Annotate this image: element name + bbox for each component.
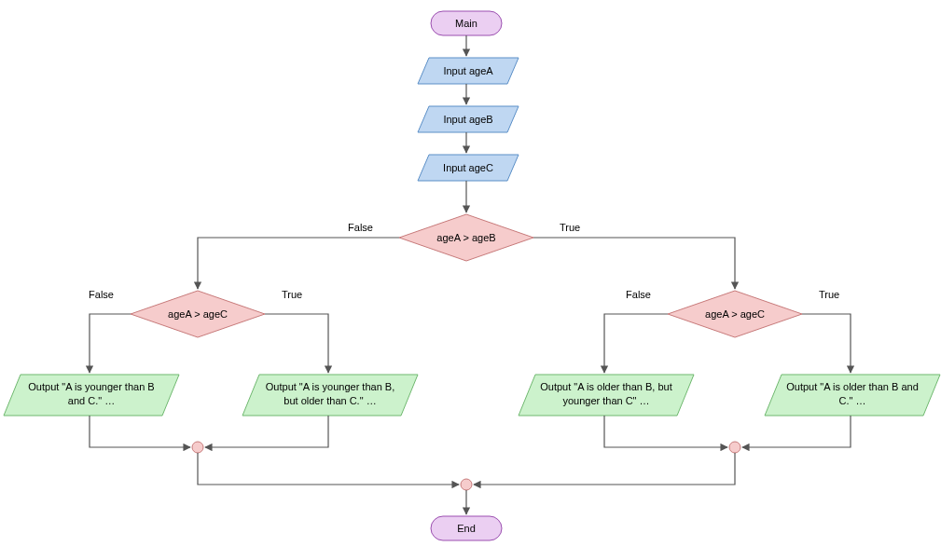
arrow [90,416,190,447]
arrow [90,314,131,373]
arrow-false-left [198,238,399,289]
io-input-ageA: Input ageA [418,58,519,84]
io-input-ageC-label: Input ageC [443,162,493,173]
io-input-ageB: Input ageB [418,106,519,132]
decision-d2L-label: ageA > ageC [168,308,228,320]
merge-connector-right [729,442,740,453]
decision-d1-label: ageA > ageB [436,232,495,243]
output-o1-line1: Output "A is younger than B [28,381,154,392]
terminal-main: Main [431,11,502,35]
output-younger-b-and-c: Output "A is younger than B and C." … [4,375,179,416]
arrow-true-right [533,238,735,289]
arrow [205,416,328,447]
arrow [802,314,851,373]
edge-label-true: True [282,289,302,300]
arrow [604,314,668,373]
io-input-ageA-label: Input ageA [443,65,493,76]
arrow [265,314,328,373]
edge-label-true: True [560,222,580,233]
arrow [742,416,851,447]
terminal-end-label: End [457,523,476,534]
edge-label-false: False [626,289,651,300]
output-o4-line1: Output "A is older than B and [786,381,919,392]
decision-ageA-gt-ageB: ageA > ageB [399,214,533,261]
decision-right-ageA-gt-ageC: ageA > ageC [668,291,802,337]
decision-left-ageA-gt-ageC: ageA > ageC [131,291,265,337]
output-o4-line2: C." … [839,395,866,406]
merge-connector-center [461,479,472,490]
terminal-end: End [431,516,502,540]
edge-label-false: False [348,222,373,233]
arrow [474,453,735,485]
edge-label-false: False [89,289,114,300]
io-input-ageB-label: Input ageB [443,114,492,125]
output-o2-line2: but older than C." … [284,395,376,406]
arrow [198,453,459,485]
arrow [604,416,727,447]
output-older-b-younger-c: Output "A is older than B, but younger t… [519,375,694,416]
decision-d2R-label: ageA > ageC [705,308,765,320]
output-o3-line2: younger than C" … [562,395,649,406]
terminal-main-label: Main [455,18,477,29]
output-o3-line1: Output "A is older than B, but [540,381,672,392]
output-younger-b-older-c: Output "A is younger than B, but older t… [242,375,418,416]
output-o1-line2: and C." … [68,395,115,406]
merge-connector-left [192,442,203,453]
io-input-ageC: Input ageC [418,155,519,181]
output-o2-line1: Output "A is younger than B, [266,381,394,392]
output-older-b-and-c: Output "A is older than B and C." … [765,375,940,416]
edge-label-true: True [819,289,839,300]
